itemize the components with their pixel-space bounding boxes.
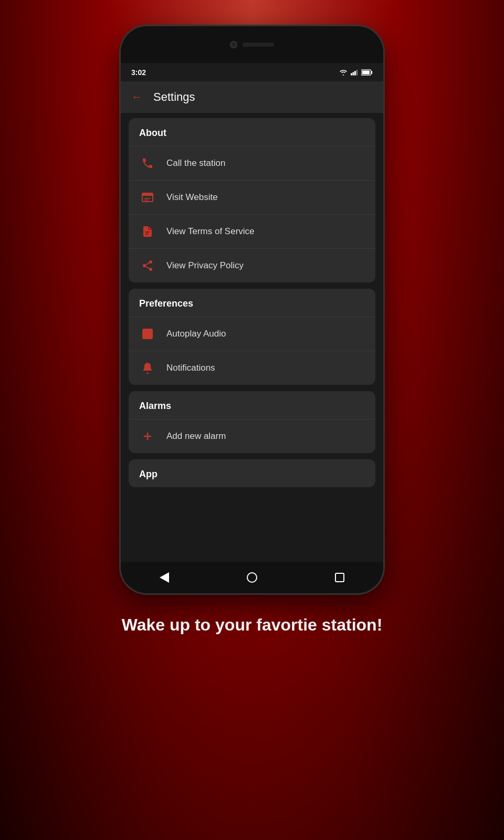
notifications-item[interactable]: Notifications [129, 351, 375, 385]
home-nav-button[interactable] [247, 572, 257, 583]
svg-rect-1 [353, 72, 354, 75]
speaker [243, 43, 274, 47]
autoplay-item[interactable]: Autoplay Audio [129, 317, 375, 351]
autoplay-label: Autoplay Audio [166, 329, 226, 339]
back-button[interactable]: ← [131, 90, 143, 104]
camera [230, 41, 237, 48]
privacy-label: View Privacy Policy [166, 260, 244, 271]
about-section: About Call the station [129, 118, 375, 282]
bell-icon [139, 360, 156, 376]
app-content: About Call the station [121, 113, 383, 562]
alarms-title: Alarms [129, 391, 375, 419]
back-nav-button[interactable] [160, 572, 169, 583]
add-alarm-item[interactable]: Add new alarm [129, 419, 375, 453]
svg-point-14 [143, 264, 146, 267]
alarms-section: Alarms Add new alarm [129, 391, 375, 453]
call-station-item[interactable]: Call the station [129, 146, 375, 180]
phone-frame: 3:02 ← Settings [121, 26, 383, 593]
phone-icon [139, 155, 156, 172]
terms-item[interactable]: View Terms of Service [129, 214, 375, 248]
terms-label: View Terms of Service [166, 226, 255, 237]
plus-icon [139, 428, 156, 445]
svg-rect-8 [142, 193, 153, 196]
browser-icon [139, 189, 156, 206]
about-title: About [129, 118, 375, 146]
checkbox-icon [139, 326, 156, 342]
status-icons [339, 69, 373, 76]
preferences-title: Preferences [129, 289, 375, 317]
call-station-label: Call the station [166, 158, 225, 169]
battery-icon [361, 69, 373, 76]
signal-icon [351, 69, 358, 76]
nav-bar [121, 562, 383, 593]
svg-rect-6 [362, 70, 370, 74]
visit-website-label: Visit Website [166, 192, 218, 203]
svg-rect-18 [143, 329, 152, 339]
svg-line-16 [146, 267, 150, 269]
svg-rect-5 [371, 71, 373, 74]
share-icon [139, 257, 156, 274]
status-time: 3:02 [131, 68, 146, 77]
svg-line-17 [146, 263, 150, 265]
app-title: App [129, 459, 375, 487]
svg-rect-2 [354, 71, 356, 75]
privacy-item[interactable]: View Privacy Policy [129, 248, 375, 282]
phone-notch [121, 26, 383, 63]
app-section: App [129, 459, 375, 487]
add-alarm-label: Add new alarm [166, 431, 226, 442]
wifi-icon [339, 69, 348, 76]
visit-website-item[interactable]: Visit Website [129, 180, 375, 214]
preferences-section: Preferences Autoplay Audio Notifications [129, 289, 375, 385]
svg-rect-3 [356, 70, 358, 76]
recents-nav-button[interactable] [335, 573, 344, 582]
app-header: ← Settings [121, 81, 383, 113]
page-title: Settings [153, 90, 195, 104]
svg-point-15 [149, 268, 152, 271]
status-bar: 3:02 [121, 63, 383, 81]
notifications-label: Notifications [166, 363, 215, 373]
svg-rect-0 [351, 73, 352, 75]
svg-point-13 [149, 260, 152, 264]
document-icon [139, 223, 156, 240]
tagline: Wake up to your favortie station! [80, 614, 425, 636]
